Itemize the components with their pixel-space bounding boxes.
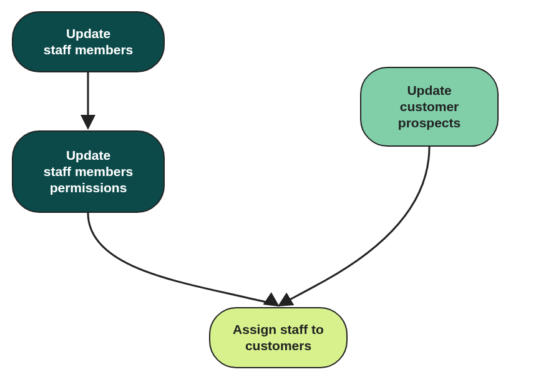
node-label: Update staff members permissions <box>44 147 134 197</box>
node-update-customer-prospects: Update customer prospects <box>360 67 499 147</box>
node-update-staff-permissions: Update staff members permissions <box>12 130 165 213</box>
node-assign-staff-to-customers: Assign staff to customers <box>209 307 348 368</box>
node-label: Update staff members <box>44 26 134 59</box>
node-label: Assign staff to customers <box>233 321 324 355</box>
node-update-staff-members: Update staff members <box>12 11 165 72</box>
edge-prospects-to-assign <box>281 147 429 305</box>
diagram-canvas: Update staff members Update staff member… <box>0 0 556 392</box>
node-label: Update customer prospects <box>398 82 461 132</box>
edge-permissions-to-assign <box>88 213 276 305</box>
